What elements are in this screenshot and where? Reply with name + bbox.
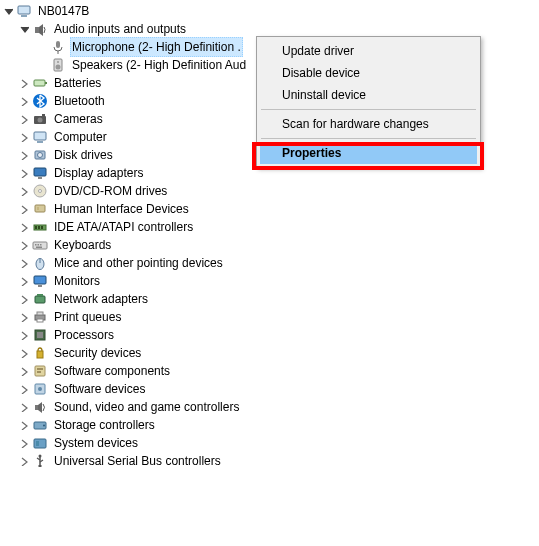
swcomp-label[interactable]: Software components — [52, 362, 172, 380]
network-label[interactable]: Network adapters — [52, 290, 150, 308]
computer-icon — [32, 129, 48, 145]
chevron-right-icon[interactable] — [18, 257, 30, 269]
speakers-label[interactable]: Speakers (2- High Definition Aud — [70, 56, 248, 74]
chevron-right-icon[interactable] — [18, 347, 30, 359]
chevron-right-icon[interactable] — [18, 365, 30, 377]
tree-root[interactable]: NB0147B — [2, 2, 539, 20]
tree-item-security[interactable]: Security devices — [2, 344, 539, 362]
chevron-right-icon[interactable] — [18, 95, 30, 107]
chevron-right-icon[interactable] — [18, 419, 30, 431]
tree-item-swcomp[interactable]: Software components — [2, 362, 539, 380]
display-icon — [32, 165, 48, 181]
chevron-right-icon[interactable] — [18, 131, 30, 143]
mouse-icon — [32, 255, 48, 271]
usb-label[interactable]: Universal Serial Bus controllers — [52, 452, 223, 470]
chevron-right-icon[interactable] — [18, 203, 30, 215]
cpu-icon — [32, 327, 48, 343]
battery-icon — [32, 75, 48, 91]
tree-item-dvd[interactable]: DVD/CD-ROM drives — [2, 182, 539, 200]
menu-scan-hardware[interactable]: Scan for hardware changes — [260, 113, 477, 135]
processors-label[interactable]: Processors — [52, 326, 116, 344]
chevron-right-icon[interactable] — [18, 329, 30, 341]
mice-label[interactable]: Mice and other pointing devices — [52, 254, 225, 272]
software-device-icon — [32, 381, 48, 397]
sound-label[interactable]: Sound, video and game controllers — [52, 398, 241, 416]
monitors-label[interactable]: Monitors — [52, 272, 102, 290]
microphone-icon — [50, 39, 66, 55]
hid-icon — [32, 201, 48, 217]
storage-label[interactable]: Storage controllers — [52, 416, 157, 434]
microphone-label[interactable]: Microphone (2- High Definition . — [70, 37, 243, 57]
security-label[interactable]: Security devices — [52, 344, 143, 362]
speaker-icon — [50, 57, 66, 73]
chevron-right-icon[interactable] — [18, 77, 30, 89]
computer-label[interactable]: Computer — [52, 128, 109, 146]
tree-item-printq[interactable]: Print queues — [2, 308, 539, 326]
chevron-right-icon[interactable] — [18, 149, 30, 161]
chevron-right-icon[interactable] — [18, 383, 30, 395]
tree-item-ide[interactable]: IDE ATA/ATAPI controllers — [2, 218, 539, 236]
tree-item-system[interactable]: System devices — [2, 434, 539, 452]
tree-item-usb[interactable]: Universal Serial Bus controllers — [2, 452, 539, 470]
menu-separator — [261, 109, 476, 110]
tree-item-network[interactable]: Network adapters — [2, 290, 539, 308]
diskdrives-label[interactable]: Disk drives — [52, 146, 115, 164]
menu-properties-label: Properties — [282, 146, 341, 160]
chevron-right-icon[interactable] — [18, 113, 30, 125]
network-icon — [32, 291, 48, 307]
sound-icon — [32, 399, 48, 415]
tree-item-sound[interactable]: Sound, video and game controllers — [2, 398, 539, 416]
lock-icon — [32, 345, 48, 361]
hid-label[interactable]: Human Interface Devices — [52, 200, 191, 218]
printer-icon — [32, 309, 48, 325]
chevron-right-icon[interactable] — [18, 167, 30, 179]
root-label[interactable]: NB0147B — [36, 2, 91, 20]
cameras-label[interactable]: Cameras — [52, 110, 105, 128]
chevron-right-icon[interactable] — [18, 239, 30, 251]
menu-disable-device[interactable]: Disable device — [260, 62, 477, 84]
menu-properties[interactable]: Properties — [260, 142, 477, 164]
chevron-right-icon[interactable] — [18, 185, 30, 197]
chevron-right-icon[interactable] — [18, 437, 30, 449]
chevron-right-icon[interactable] — [18, 401, 30, 413]
ide-label[interactable]: IDE ATA/ATAPI controllers — [52, 218, 195, 236]
tree-item-mice[interactable]: Mice and other pointing devices — [2, 254, 539, 272]
camera-icon — [32, 111, 48, 127]
storage-icon — [32, 417, 48, 433]
display-label[interactable]: Display adapters — [52, 164, 145, 182]
chevron-right-icon[interactable] — [18, 293, 30, 305]
chevron-down-icon[interactable] — [2, 5, 14, 17]
dvd-icon — [32, 183, 48, 199]
tree-item-monitors[interactable]: Monitors — [2, 272, 539, 290]
dvd-label[interactable]: DVD/CD-ROM drives — [52, 182, 169, 200]
system-label[interactable]: System devices — [52, 434, 140, 452]
bluetooth-label[interactable]: Bluetooth — [52, 92, 107, 110]
chevron-down-icon[interactable] — [18, 23, 30, 35]
swdev-label[interactable]: Software devices — [52, 380, 147, 398]
audio-icon — [32, 21, 48, 37]
tree-item-hid[interactable]: Human Interface Devices — [2, 200, 539, 218]
keyboards-label[interactable]: Keyboards — [52, 236, 113, 254]
batteries-label[interactable]: Batteries — [52, 74, 103, 92]
chevron-right-icon[interactable] — [18, 221, 30, 233]
keyboard-icon — [32, 237, 48, 253]
disk-icon — [32, 147, 48, 163]
printq-label[interactable]: Print queues — [52, 308, 123, 326]
tree-item-keyboards[interactable]: Keyboards — [2, 236, 539, 254]
usb-icon — [32, 453, 48, 469]
software-component-icon — [32, 363, 48, 379]
chevron-right-icon[interactable] — [18, 275, 30, 287]
computer-icon — [16, 3, 32, 19]
menu-update-driver[interactable]: Update driver — [260, 40, 477, 62]
chevron-right-icon[interactable] — [18, 455, 30, 467]
audio-label[interactable]: Audio inputs and outputs — [52, 20, 188, 38]
tree-item-processors[interactable]: Processors — [2, 326, 539, 344]
tree-item-swdev[interactable]: Software devices — [2, 380, 539, 398]
ide-icon — [32, 219, 48, 235]
chevron-right-icon[interactable] — [18, 311, 30, 323]
menu-separator — [261, 138, 476, 139]
system-icon — [32, 435, 48, 451]
bluetooth-icon — [32, 93, 48, 109]
menu-uninstall-device[interactable]: Uninstall device — [260, 84, 477, 106]
tree-item-storage[interactable]: Storage controllers — [2, 416, 539, 434]
